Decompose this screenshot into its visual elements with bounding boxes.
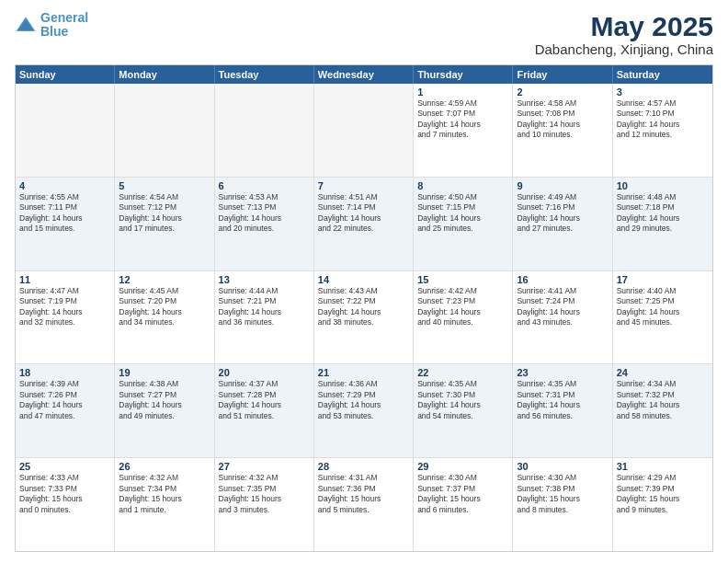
day-info: Sunrise: 4:30 AM Sunset: 7:38 PM Dayligh… [517,473,608,515]
calendar-row: 1Sunrise: 4:59 AM Sunset: 7:07 PM Daylig… [16,84,712,178]
logo-line1: General [40,10,88,25]
day-info: Sunrise: 4:44 AM Sunset: 7:21 PM Dayligh… [219,286,310,328]
day-info: Sunrise: 4:38 AM Sunset: 7:27 PM Dayligh… [119,379,210,421]
day-info: Sunrise: 4:32 AM Sunset: 7:35 PM Dayligh… [219,473,310,515]
day-info: Sunrise: 4:29 AM Sunset: 7:39 PM Dayligh… [617,473,709,515]
day-number: 12 [119,274,210,285]
calendar-cell: 9Sunrise: 4:49 AM Sunset: 7:16 PM Daylig… [513,178,612,270]
month-title: May 2025 [535,11,713,41]
day-info: Sunrise: 4:30 AM Sunset: 7:37 PM Dayligh… [417,473,508,515]
day-number: 31 [617,461,709,472]
day-number: 14 [318,274,409,285]
calendar-cell: 16Sunrise: 4:41 AM Sunset: 7:24 PM Dayli… [513,271,612,364]
day-number: 20 [219,367,310,378]
day-number: 21 [318,367,409,378]
day-number: 30 [517,461,608,472]
day-info: Sunrise: 4:51 AM Sunset: 7:14 PM Dayligh… [318,192,409,235]
day-number: 17 [617,274,709,285]
day-info: Sunrise: 4:42 AM Sunset: 7:23 PM Dayligh… [417,286,508,328]
day-info: Sunrise: 4:47 AM Sunset: 7:19 PM Dayligh… [19,286,110,328]
day-info: Sunrise: 4:40 AM Sunset: 7:25 PM Dayligh… [617,286,709,328]
day-info: Sunrise: 4:34 AM Sunset: 7:32 PM Dayligh… [617,379,709,421]
calendar-cell: 19Sunrise: 4:38 AM Sunset: 7:27 PM Dayli… [115,364,214,457]
day-number: 11 [19,274,110,285]
calendar-cell: 22Sunrise: 4:35 AM Sunset: 7:30 PM Dayli… [414,364,513,457]
day-info: Sunrise: 4:41 AM Sunset: 7:24 PM Dayligh… [517,286,608,328]
day-info: Sunrise: 4:37 AM Sunset: 7:28 PM Dayligh… [219,379,310,421]
calendar-cell: 2Sunrise: 4:58 AM Sunset: 7:08 PM Daylig… [513,84,612,177]
calendar-cell: 18Sunrise: 4:39 AM Sunset: 7:26 PM Dayli… [16,364,115,457]
calendar-row: 4Sunrise: 4:55 AM Sunset: 7:11 PM Daylig… [16,178,712,271]
day-number: 27 [219,461,310,472]
day-number: 24 [617,367,709,378]
calendar-cell: 26Sunrise: 4:32 AM Sunset: 7:34 PM Dayli… [115,458,214,551]
day-info: Sunrise: 4:35 AM Sunset: 7:31 PM Dayligh… [517,379,608,421]
day-info: Sunrise: 4:32 AM Sunset: 7:34 PM Dayligh… [119,473,210,515]
day-info: Sunrise: 4:59 AM Sunset: 7:07 PM Dayligh… [417,98,508,141]
day-number: 28 [318,461,409,472]
weekday-header: Wednesday [314,65,414,84]
calendar-cell: 8Sunrise: 4:50 AM Sunset: 7:15 PM Daylig… [414,178,513,270]
weekday-header: Sunday [16,65,115,84]
title-block: May 2025 Dabancheng, Xinjiang, China [535,11,713,57]
day-number: 7 [318,180,409,191]
logo-line2: Blue [40,24,68,39]
calendar-cell: 25Sunrise: 4:33 AM Sunset: 7:33 PM Dayli… [16,458,115,551]
day-info: Sunrise: 4:49 AM Sunset: 7:16 PM Dayligh… [517,192,608,235]
day-number: 2 [517,86,608,98]
calendar-cell: 27Sunrise: 4:32 AM Sunset: 7:35 PM Dayli… [215,458,314,551]
day-number: 15 [417,274,508,285]
calendar-cell [215,84,314,177]
day-info: Sunrise: 4:55 AM Sunset: 7:11 PM Dayligh… [19,192,110,235]
day-info: Sunrise: 4:50 AM Sunset: 7:15 PM Dayligh… [417,192,508,235]
calendar-header: SundayMondayTuesdayWednesdayThursdayFrid… [16,65,712,84]
weekday-header: Tuesday [215,65,314,84]
calendar-cell: 23Sunrise: 4:35 AM Sunset: 7:31 PM Dayli… [513,364,612,457]
day-info: Sunrise: 4:48 AM Sunset: 7:18 PM Dayligh… [617,192,709,235]
calendar-cell: 31Sunrise: 4:29 AM Sunset: 7:39 PM Dayli… [613,458,712,551]
day-info: Sunrise: 4:36 AM Sunset: 7:29 PM Dayligh… [318,379,409,421]
day-number: 10 [617,180,709,191]
calendar-cell: 10Sunrise: 4:48 AM Sunset: 7:18 PM Dayli… [613,178,712,270]
calendar-cell: 30Sunrise: 4:30 AM Sunset: 7:38 PM Dayli… [513,458,612,551]
calendar-cell: 28Sunrise: 4:31 AM Sunset: 7:36 PM Dayli… [314,458,414,551]
day-number: 13 [219,274,310,285]
day-number: 29 [417,461,508,472]
calendar-cell: 20Sunrise: 4:37 AM Sunset: 7:28 PM Dayli… [215,364,314,457]
day-number: 18 [19,367,110,378]
weekday-header: Monday [115,65,214,84]
calendar-row: 25Sunrise: 4:33 AM Sunset: 7:33 PM Dayli… [16,458,712,551]
calendar-cell: 7Sunrise: 4:51 AM Sunset: 7:14 PM Daylig… [314,178,414,270]
weekday-header: Saturday [613,65,712,84]
page: General Blue May 2025 Dabancheng, Xinjia… [0,0,728,563]
day-info: Sunrise: 4:45 AM Sunset: 7:20 PM Dayligh… [119,286,210,328]
day-info: Sunrise: 4:58 AM Sunset: 7:08 PM Dayligh… [517,98,608,141]
day-info: Sunrise: 4:33 AM Sunset: 7:33 PM Dayligh… [19,473,110,515]
day-number: 9 [517,180,608,191]
calendar-cell: 5Sunrise: 4:54 AM Sunset: 7:12 PM Daylig… [115,178,214,270]
day-info: Sunrise: 4:43 AM Sunset: 7:22 PM Dayligh… [318,286,409,328]
day-number: 26 [119,461,210,472]
day-info: Sunrise: 4:57 AM Sunset: 7:10 PM Dayligh… [617,98,709,141]
day-number: 1 [417,86,508,98]
calendar-cell: 24Sunrise: 4:34 AM Sunset: 7:32 PM Dayli… [613,364,712,457]
day-number: 25 [19,461,110,472]
calendar-cell [314,84,414,177]
day-info: Sunrise: 4:35 AM Sunset: 7:30 PM Dayligh… [417,379,508,421]
calendar-cell: 11Sunrise: 4:47 AM Sunset: 7:19 PM Dayli… [16,271,115,364]
day-number: 5 [119,180,210,191]
day-info: Sunrise: 4:31 AM Sunset: 7:36 PM Dayligh… [318,473,409,515]
day-number: 4 [19,180,110,191]
calendar-cell [16,84,115,177]
calendar-cell: 14Sunrise: 4:43 AM Sunset: 7:22 PM Dayli… [314,271,414,364]
calendar-cell: 3Sunrise: 4:57 AM Sunset: 7:10 PM Daylig… [613,84,712,177]
calendar-cell: 6Sunrise: 4:53 AM Sunset: 7:13 PM Daylig… [215,178,314,270]
calendar-row: 11Sunrise: 4:47 AM Sunset: 7:19 PM Dayli… [16,271,712,365]
calendar-row: 18Sunrise: 4:39 AM Sunset: 7:26 PM Dayli… [16,364,712,458]
day-number: 23 [517,367,608,378]
weekday-header: Friday [513,65,612,84]
weekday-header: Thursday [414,65,513,84]
day-number: 19 [119,367,210,378]
calendar-cell: 1Sunrise: 4:59 AM Sunset: 7:07 PM Daylig… [414,84,513,177]
day-info: Sunrise: 4:54 AM Sunset: 7:12 PM Dayligh… [119,192,210,235]
